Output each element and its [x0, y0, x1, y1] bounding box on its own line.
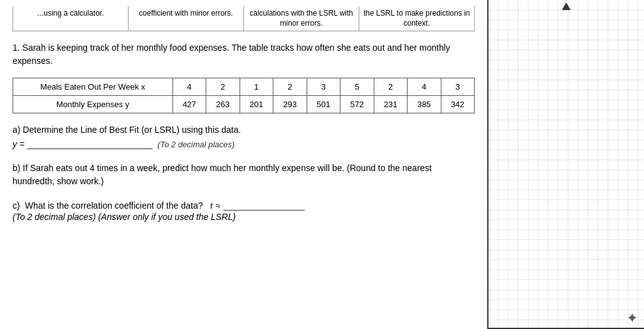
- row1-v5: 3: [307, 78, 340, 96]
- top-cell-3: calculations with the LSRL with minor er…: [244, 6, 359, 31]
- bottom-figure: ✦: [626, 310, 638, 326]
- part-c-text: What is the correlation coefficient of t…: [25, 201, 203, 211]
- problem-intro: 1. Sarah is keeping track of her monthly…: [13, 41, 475, 68]
- row1-v6: 5: [340, 78, 374, 96]
- part-b-text: b) If Sarah eats out 4 times in a week, …: [13, 162, 475, 188]
- row1-v4: 2: [273, 78, 307, 96]
- part-b-section: b) If Sarah eats out 4 times in a week, …: [13, 159, 475, 188]
- part-a-text: a) Determine the Line of Best Fit (or LS…: [13, 123, 475, 137]
- row1-v7: 2: [374, 78, 407, 96]
- row1-label: Meals Eaten Out Per Week x: [13, 78, 173, 96]
- row1-v9: 3: [441, 78, 475, 96]
- row1-v8: 4: [408, 78, 441, 96]
- row2-v1: 427: [172, 96, 206, 113]
- row1-v3: 1: [240, 78, 273, 96]
- part-a-label: a): [13, 125, 20, 135]
- row2-v2: 263: [206, 96, 240, 113]
- row2-v9: 342: [441, 96, 475, 113]
- part-c-row: c) What is the correlation coefficient o…: [13, 201, 475, 211]
- row1-v1: 4: [172, 78, 206, 96]
- graph-grid: [488, 0, 644, 328]
- graph-arrow-up: [562, 3, 571, 10]
- row2-v6: 572: [340, 96, 374, 113]
- part-a-section: a) Determine the Line of Best Fit (or LS…: [13, 123, 475, 149]
- top-cell-1: ...using a calculator.: [13, 6, 129, 31]
- left-content: ...using a calculator. coefficient with …: [0, 0, 487, 329]
- top-strip: ...using a calculator. coefficient with …: [13, 6, 475, 31]
- part-a-y-label: y =: [13, 139, 24, 149]
- row2-v7: 231: [374, 96, 407, 113]
- row2-v3: 201: [240, 96, 273, 113]
- part-b-description: If Sarah eats out 4 times in a week, pre…: [13, 163, 431, 186]
- top-cell-2: coefficient with minor errors.: [129, 6, 244, 31]
- part-a-hint: (To 2 decimal places): [157, 140, 235, 149]
- row2-v4: 293: [273, 96, 307, 113]
- part-a-answer-row: y = (To 2 decimal places): [13, 139, 475, 149]
- data-table: Meals Eaten Out Per Week x 4 2 1 2 3 5 2…: [13, 78, 475, 113]
- row1-v2: 2: [206, 78, 240, 96]
- part-c-r-label: r ≈: [210, 201, 220, 211]
- top-cell-4: the LSRL to make predictions in context.: [359, 6, 474, 31]
- part-c-label: c): [13, 201, 20, 211]
- row2-v8: 385: [408, 96, 441, 113]
- part-a-answer-line[interactable]: [27, 139, 152, 149]
- part-c-section: c) What is the correlation coefficient o…: [13, 198, 475, 224]
- page-wrapper: ...using a calculator. coefficient with …: [0, 0, 644, 329]
- part-c-note: (To 2 decimal places) (Answer only if yo…: [13, 211, 475, 224]
- right-graph: ✦: [487, 0, 644, 329]
- part-a-description: Determine the Line of Best Fit (or LSRL)…: [23, 125, 241, 135]
- part-b-label: b): [13, 163, 20, 173]
- part-c-answer-line[interactable]: [223, 201, 305, 211]
- row2-v5: 501: [307, 96, 340, 113]
- row2-label: Monthly Expenses y: [13, 96, 173, 113]
